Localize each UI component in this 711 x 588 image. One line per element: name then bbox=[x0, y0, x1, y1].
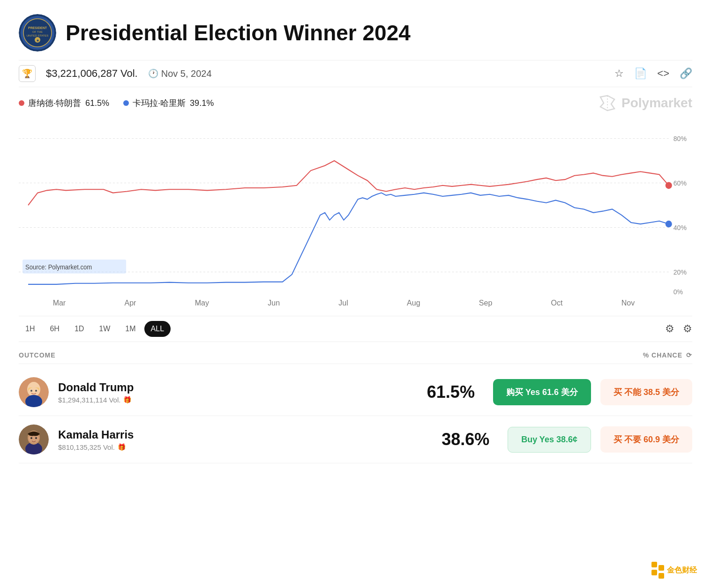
presidential-seal-logo: PRESIDENT OF THE UNITED STATES ★ bbox=[19, 14, 56, 52]
volume-text: $3,221,006,287 Vol. bbox=[46, 67, 138, 80]
x-label-may: May bbox=[195, 299, 209, 307]
filter-all[interactable]: ALL bbox=[144, 321, 171, 337]
header-row: PRESIDENT OF THE UNITED STATES ★ Preside… bbox=[19, 14, 692, 52]
harris-dot bbox=[123, 100, 129, 106]
svg-text:40%: 40% bbox=[674, 223, 687, 231]
harris-legend: 卡玛拉·哈里斯 39.1% bbox=[123, 97, 214, 109]
polymarket-icon bbox=[598, 95, 617, 112]
x-label-mar: Mar bbox=[53, 299, 66, 307]
trump-legend-label: 唐纳德·特朗普 61.5% bbox=[28, 97, 109, 109]
x-label-jun: Jun bbox=[268, 299, 280, 307]
trophy-icon: 🏆 bbox=[19, 65, 36, 82]
x-label-oct: Oct bbox=[551, 299, 563, 307]
legend-row: 唐纳德·特朗普 61.5% 卡玛拉·哈里斯 39.1% Polymarket bbox=[19, 95, 692, 112]
meta-left: 🏆 $3,221,006,287 Vol. 🕐 Nov 5, 2024 bbox=[19, 65, 212, 82]
filter-1m[interactable]: 1M bbox=[119, 321, 142, 337]
svg-text:20%: 20% bbox=[674, 268, 687, 275]
svg-text:PRESIDENT: PRESIDENT bbox=[28, 26, 47, 30]
harris-legend-label: 卡玛拉·哈里斯 39.1% bbox=[133, 97, 214, 109]
x-label-apr: Apr bbox=[125, 299, 136, 307]
page-title: Presidential Election Winner 2024 bbox=[66, 20, 411, 45]
trump-buy-no-button[interactable]: 买 不能 38.5 美分 bbox=[600, 379, 692, 405]
outcomes-header: OUTCOME % CHANCE ⟳ bbox=[19, 351, 692, 364]
filter-1w[interactable]: 1W bbox=[92, 321, 117, 337]
harris-volume: $810,135,325 Vol. 🎁 bbox=[58, 443, 423, 451]
header-outcome: OUTCOME bbox=[19, 351, 512, 359]
trump-chance: 61.5% bbox=[418, 382, 484, 402]
meta-row: 🏆 $3,221,006,287 Vol. 🕐 Nov 5, 2024 ☆ 📄 … bbox=[19, 60, 692, 87]
svg-text:★: ★ bbox=[36, 38, 39, 43]
svg-text:OF THE: OF THE bbox=[32, 30, 43, 33]
outcomes-table: OUTCOME % CHANCE ⟳ Donald Trump $1,294,3… bbox=[19, 351, 692, 463]
x-label-jul: Jul bbox=[338, 299, 348, 307]
time-filter-row: 1H 6H 1D 1W 1M ALL ⚙ ⚙ bbox=[19, 316, 692, 342]
trump-info: Donald Trump $1,294,311,114 Vol. 🎁 bbox=[58, 381, 409, 404]
trump-dot bbox=[19, 100, 24, 106]
x-axis-labels: Mar Apr May Jun Jul Aug Sep Oct Nov bbox=[19, 299, 692, 307]
svg-text:UNITED STATES: UNITED STATES bbox=[27, 34, 48, 37]
svg-point-18 bbox=[666, 221, 672, 228]
x-label-sep: Sep bbox=[479, 299, 492, 307]
gift-icon: 🎁 bbox=[123, 396, 131, 403]
harris-chance: 38.6% bbox=[433, 430, 498, 449]
meta-icons: ☆ 📄 <> 🔗 bbox=[614, 67, 692, 80]
svg-text:60%: 60% bbox=[674, 179, 687, 186]
svg-point-26 bbox=[30, 390, 32, 392]
header-chance: % CHANCE ⟳ bbox=[643, 351, 692, 359]
svg-point-27 bbox=[35, 390, 37, 392]
filter-1h[interactable]: 1H bbox=[19, 321, 41, 337]
trump-avatar bbox=[19, 377, 49, 407]
chart-container: 80% 60% 40% 20% 0% Source: Polymarket.co… bbox=[19, 116, 692, 294]
filter-1d[interactable]: 1D bbox=[68, 321, 90, 337]
clock-icon: 🕐 bbox=[148, 68, 158, 79]
svg-text:80%: 80% bbox=[674, 134, 687, 142]
svg-point-32 bbox=[30, 437, 32, 439]
date-text: 🕐 Nov 5, 2024 bbox=[148, 68, 212, 79]
harris-info: Kamala Harris $810,135,325 Vol. 🎁 bbox=[58, 428, 423, 451]
x-label-aug: Aug bbox=[407, 299, 420, 307]
x-label-nov: Nov bbox=[621, 299, 635, 307]
chart-svg: 80% 60% 40% 20% 0% Source: Polymarket.co… bbox=[19, 116, 692, 294]
link-button[interactable]: 🔗 bbox=[680, 67, 692, 80]
jincai-logo bbox=[651, 562, 664, 579]
trump-buy-yes-button[interactable]: 购买 Yes 61.6 美分 bbox=[493, 379, 591, 405]
polymarket-label: Polymarket bbox=[621, 96, 692, 111]
filter-6h[interactable]: 6H bbox=[43, 321, 66, 337]
svg-text:Source: Polymarket.com: Source: Polymarket.com bbox=[25, 264, 92, 271]
trump-volume: $1,294,311,114 Vol. 🎁 bbox=[58, 396, 409, 404]
watermark-bottom: 金色财经 bbox=[651, 562, 697, 579]
star-button[interactable]: ☆ bbox=[614, 67, 624, 80]
refresh-icon[interactable]: ⟳ bbox=[686, 351, 692, 359]
gift-icon-harris: 🎁 bbox=[118, 443, 126, 451]
trump-name: Donald Trump bbox=[58, 381, 409, 394]
svg-point-33 bbox=[35, 437, 37, 439]
harris-name: Kamala Harris bbox=[58, 428, 423, 441]
filter-icons: ⚙ ⚙ bbox=[665, 323, 692, 335]
svg-text:0%: 0% bbox=[674, 288, 683, 294]
settings-icon[interactable]: ⚙ bbox=[683, 323, 692, 335]
polymarket-watermark: Polymarket bbox=[598, 95, 692, 112]
trump-legend: 唐纳德·特朗普 61.5% bbox=[19, 97, 109, 109]
trump-outcome-row: Donald Trump $1,294,311,114 Vol. 🎁 61.5%… bbox=[19, 369, 692, 416]
svg-point-17 bbox=[666, 182, 672, 189]
harris-buy-yes-button[interactable]: Buy Yes 38.6¢ bbox=[508, 427, 591, 453]
document-button[interactable]: 📄 bbox=[634, 67, 647, 80]
harris-outcome-row: Kamala Harris $810,135,325 Vol. 🎁 38.6% … bbox=[19, 416, 692, 463]
harris-buy-no-button[interactable]: 买 不要 60.9 美分 bbox=[600, 426, 692, 453]
watermark-text: 金色财经 bbox=[667, 566, 697, 575]
sliders-icon[interactable]: ⚙ bbox=[665, 323, 674, 335]
code-button[interactable]: <> bbox=[657, 67, 669, 80]
harris-avatar bbox=[19, 424, 49, 454]
